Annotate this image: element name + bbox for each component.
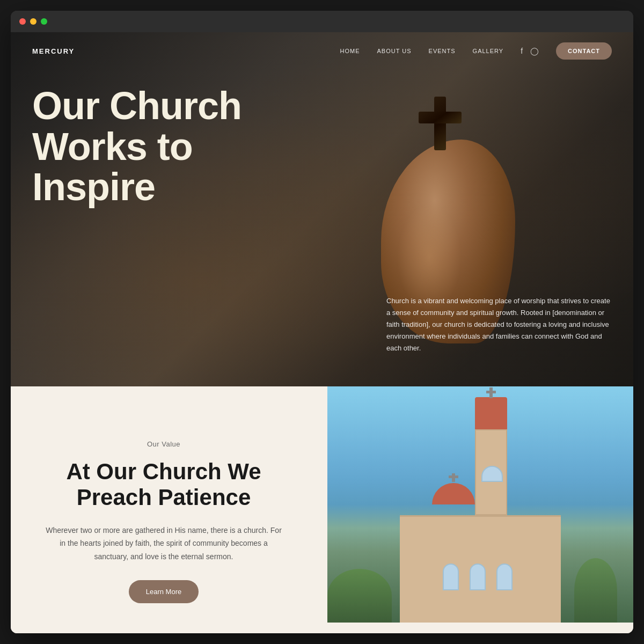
hero-headline: Our Church Works to Inspire: [32, 86, 241, 208]
section-button-wrapper: Learn More: [43, 580, 284, 603]
learn-more-button[interactable]: Learn More: [129, 580, 199, 603]
nav-events[interactable]: EVENTS: [429, 48, 456, 54]
instagram-icon[interactable]: ◯: [530, 47, 539, 55]
tower-roof: [475, 397, 507, 429]
church-window-1: [443, 564, 459, 590]
church-window-2: [470, 564, 486, 590]
tree-right: [574, 558, 617, 623]
facebook-icon[interactable]: f: [521, 47, 523, 55]
hero-content: Our Church Works to Inspire: [32, 86, 241, 208]
minimize-button[interactable]: [30, 18, 36, 25]
church-dome: [432, 483, 475, 504]
dome-cross-h: [449, 475, 458, 478]
hero-description: Church is a vibrant and welcoming place …: [386, 295, 612, 354]
nav-home[interactable]: HOME: [340, 48, 360, 54]
tower-cross: [489, 387, 493, 398]
section-text-panel: Our Value At Our Church We Preach Patien…: [11, 419, 306, 625]
tree-left: [327, 569, 392, 623]
church-building: [373, 462, 588, 623]
site-logo: MERCURY: [32, 47, 75, 55]
cross-shape: [419, 97, 462, 150]
browser-content: MERCURY HOME ABOUT US EVENTS GALLERY f ◯…: [11, 32, 633, 633]
church-windows: [443, 564, 513, 590]
cross-horizontal: [419, 112, 462, 123]
second-section: Our Value At Our Church We Preach Patien…: [11, 386, 633, 633]
church-image-panel: [327, 386, 633, 623]
nav-gallery[interactable]: GALLERY: [473, 48, 504, 54]
church-window-3: [496, 564, 513, 590]
browser-titlebar: [11, 11, 633, 32]
navbar: MERCURY HOME ABOUT US EVENTS GALLERY f ◯…: [11, 32, 633, 70]
nav-links: HOME ABOUT US EVENTS GALLERY f ◯ CONTACT: [340, 42, 612, 60]
close-button[interactable]: [19, 18, 26, 25]
church-image-background: [327, 386, 633, 623]
nav-about[interactable]: ABOUT US: [377, 48, 412, 54]
website: MERCURY HOME ABOUT US EVENTS GALLERY f ◯…: [11, 32, 633, 633]
church-body: [400, 515, 561, 623]
contact-button[interactable]: CONTACT: [556, 42, 612, 60]
church-tower: [475, 429, 507, 515]
tower-window: [481, 466, 503, 482]
nav-social: f ◯: [521, 47, 539, 55]
browser-window: MERCURY HOME ABOUT US EVENTS GALLERY f ◯…: [11, 11, 633, 633]
section-body: Wherever two or more are gathered in His…: [43, 524, 284, 564]
section-title: At Our Church We Preach Patience: [43, 459, 284, 511]
section-inner: Our Value At Our Church We Preach Patien…: [11, 419, 633, 633]
fullscreen-button[interactable]: [41, 18, 47, 25]
hero-section: MERCURY HOME ABOUT US EVENTS GALLERY f ◯…: [11, 32, 633, 386]
section-label: Our Value: [43, 440, 284, 448]
cross-vertical: [434, 97, 446, 150]
